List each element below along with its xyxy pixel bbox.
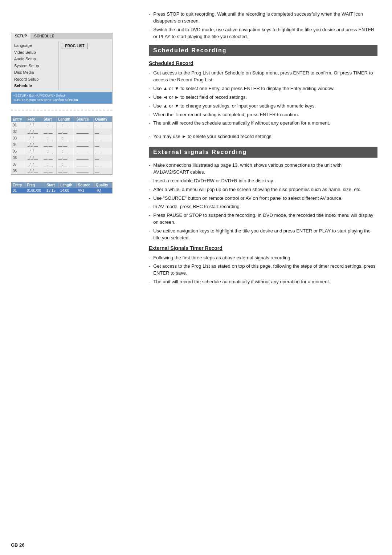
table-row: 02_/_/____:____:__________ (11, 129, 112, 135)
col2-header-start: Start (45, 182, 59, 188)
bullet-dash: - (149, 178, 150, 185)
table-row: 03_/_/____:____:__________ (11, 135, 112, 142)
right-panel: -Press STOP to quit recording. Wait unti… (142, 0, 392, 555)
col2-header-freq: Freq (25, 182, 45, 188)
bullet-dash: - (149, 228, 150, 235)
col-header-quality: Quality (93, 117, 112, 122)
table-row: 01_/_/____:____:__________ (11, 122, 112, 129)
bullet-text: Insert a recordable DVD+RW or DVD+R into… (153, 178, 377, 185)
bullet-text: Make connections illustrated as page 13,… (153, 162, 377, 176)
bullet-dash: - (149, 279, 150, 285)
schedule-table-1: EntryFreqStartLengthSourceQuality 01_/_/… (11, 116, 113, 175)
timer-bullet-list: -Following the first three steps as abov… (149, 255, 377, 285)
col-header-start: Start (42, 117, 57, 122)
bullet-text: Use ▲ or ▼ to select one Entry, and pres… (153, 85, 377, 92)
list-item: -Use active navigation keys to highlight… (149, 228, 377, 242)
scheduled-bullet-list: -Get access to the Prog List under Sched… (149, 70, 377, 140)
bullet-dash: - (149, 112, 150, 118)
list-item: -In AV mode, press REC to start recordin… (149, 203, 377, 210)
bullet-text: Use active navigation keys to highlight … (153, 228, 377, 242)
bullet-text: When the Timer record setting is complet… (153, 112, 377, 118)
table-row: 05_/_/____:____:__________ (11, 148, 112, 155)
tab-schedule[interactable]: SCHEDULE (30, 33, 58, 39)
list-item: -Use ◄ or ► to select field of record se… (149, 94, 377, 101)
bullet-text: The unit will record the schedule automa… (153, 279, 377, 285)
bullet-dash: - (149, 133, 150, 140)
table-row: 06_/_/____:____:__________ (11, 155, 112, 161)
col-header-entry: Entry (11, 117, 26, 122)
setup-hint: <SETUP> Exit <UP/DOWN> Select <LEFT> Ret… (11, 92, 112, 104)
table-row: 08_/_/____:____:__________ (11, 168, 112, 174)
prog-list-button[interactable]: PROG LIST (62, 43, 88, 49)
list-item: -After a while, a menu will pop up on th… (149, 186, 377, 193)
external-timer-subtitle: External Signals Timer Record (149, 245, 377, 251)
left-panel: SETUP SCHEDULE LanguageVideo SetupAudio … (0, 0, 142, 555)
bullet-text: Use ◄ or ► to select field of record set… (153, 94, 377, 101)
bullet-dash: - (149, 85, 150, 92)
list-item: -You may use ► to delete your scheduled … (149, 133, 377, 140)
setup-tabs: SETUP SCHEDULE (11, 33, 112, 39)
bullet-dash: - (149, 186, 150, 193)
bullet-text: In AV mode, press REC to start recording… (153, 203, 377, 210)
col-header-freq: Freq (26, 117, 42, 122)
bullet-dash: - (149, 11, 150, 18)
setup-widget: SETUP SCHEDULE LanguageVideo SetupAudio … (11, 33, 113, 104)
col-header-source: Source (75, 117, 93, 122)
setup-menu-item-language[interactable]: Language (14, 42, 56, 49)
external-signals-header: External signals Recording (149, 147, 377, 158)
bullet-text: Use "SOURCE" button on remote control or… (153, 195, 377, 202)
list-item: -Use ▲ or ▼ to select one Entry, and pre… (149, 85, 377, 92)
list-item: -Insert a recordable DVD+RW or DVD+R int… (149, 178, 377, 185)
table-row: 04_/_/____:____:__________ (11, 142, 112, 148)
list-item: -Get access to the Prog List under Sched… (149, 70, 377, 84)
bullet-text: Switch the unit to DVD mode, use active … (153, 27, 377, 40)
bullet-dash: - (149, 94, 150, 101)
setup-menu-item-audio-setup[interactable]: Audio Setup (14, 56, 56, 62)
col2-header-quality: Quality (94, 182, 112, 188)
list-item: -Make connections illustrated as page 13… (149, 162, 377, 176)
setup-menu-item-record-setup[interactable]: Record Setup (14, 76, 56, 83)
page-number: GB 26 (11, 542, 25, 548)
top-bullet-list: -Press STOP to quit recording. Wait unti… (149, 11, 377, 40)
setup-right-content: PROG LIST (58, 41, 109, 90)
list-item: -Use "SOURCE" button on remote control o… (149, 195, 377, 202)
top-bullets-section: -Press STOP to quit recording. Wait unti… (149, 11, 377, 40)
setup-menu-list: LanguageVideo SetupAudio SetupSystem Set… (11, 41, 58, 90)
scheduled-recording-header: Scheduled Recording (149, 45, 377, 56)
list-item: -Press STOP to quit recording. Wait unti… (149, 11, 377, 25)
bullet-text: Use ▲ or ▼ to change your settings, or i… (153, 103, 377, 110)
tab-setup[interactable]: SETUP (11, 33, 30, 39)
list-item: -Switch the unit to DVD mode, use active… (149, 27, 377, 40)
table-row: 0101/01/0013:1514:00AV1HQ (11, 188, 112, 193)
col2-header-length: Length (59, 182, 77, 188)
list-item: -Following the first three steps as abov… (149, 255, 377, 262)
bullet-text: Get access to the Prog List under Schedu… (153, 70, 377, 84)
list-item: -Press PAUSE or STOP to suspend the reco… (149, 212, 377, 226)
bullet-text: You may use ► to delete your scheduled r… (153, 133, 377, 140)
setup-menu-item-video-setup[interactable]: Video Setup (14, 49, 56, 56)
setup-menu-item-disc-media[interactable]: Disc Media (14, 69, 56, 76)
col-header-length: Length (57, 117, 75, 122)
bullet-dash: - (149, 162, 150, 169)
list-item: -The unit will record the schedule autom… (149, 120, 377, 127)
list-item: -Use ▲ or ▼ to change your settings, or … (149, 103, 377, 110)
separator (11, 110, 113, 110)
bullet-text: The unit will record the schedule automa… (153, 120, 377, 127)
setup-menu-item-schedule[interactable]: Schedule (14, 82, 56, 89)
bullet-dash: - (149, 263, 150, 270)
bullet-dash: - (149, 120, 150, 127)
col2-header-source: Source (76, 182, 94, 188)
bullet-dash: - (149, 195, 150, 202)
bullet-text: After a while, a menu will pop up on the… (153, 186, 377, 193)
list-item: -Get access to the Prog List as stated o… (149, 263, 377, 277)
setup-menu-item-system-setup[interactable]: System Setup (14, 62, 56, 69)
bullet-dash: - (149, 255, 150, 262)
bullet-dash: - (149, 70, 150, 77)
external-bullet-list: -Make connections illustrated as page 13… (149, 162, 377, 241)
scheduled-record-subtitle: Scheduled Record (149, 60, 377, 66)
setup-body: LanguageVideo SetupAudio SetupSystem Set… (11, 39, 112, 92)
bullet-dash: - (149, 103, 150, 110)
bullet-text: Get access to the Prog List as stated on… (153, 263, 377, 277)
bullet-dash: - (149, 212, 150, 219)
bullet-dash: - (149, 27, 150, 33)
